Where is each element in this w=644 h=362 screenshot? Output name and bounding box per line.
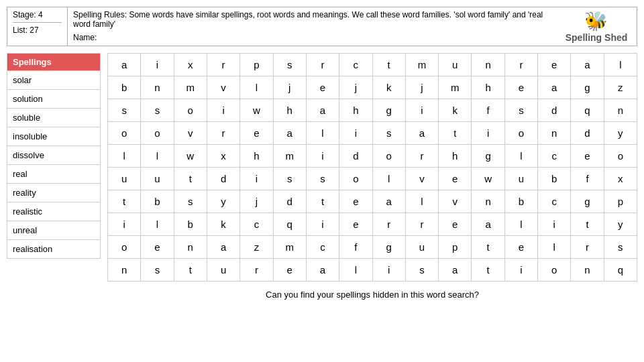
- grid-cell: n: [472, 190, 504, 213]
- bee-icon: 🐝: [584, 10, 608, 32]
- grid-cell: l: [372, 168, 405, 190]
- grid-row: oovrealisationdy: [108, 122, 637, 145]
- grid-cell: m: [439, 76, 472, 99]
- brand-name: Spelling Shed: [566, 32, 628, 43]
- spelling-word: soluble: [7, 109, 101, 127]
- caption: Can you find your spellings hidden in th…: [107, 290, 637, 300]
- grid-cell: l: [306, 122, 339, 145]
- grid-cell: e: [504, 236, 537, 259]
- spelling-word: solution: [7, 90, 101, 109]
- grid-cell: o: [504, 122, 537, 145]
- grid-cell: z: [240, 236, 273, 259]
- grid-cell: n: [141, 76, 174, 99]
- grid-row: bnmvljejkjmheagz: [108, 76, 637, 99]
- grid-cell: s: [372, 122, 405, 145]
- grid-cell: t: [472, 259, 504, 282]
- grid-cell: g: [571, 190, 604, 213]
- main-content: Spellings solarsolutionsolubleinsolubled…: [7, 53, 637, 355]
- grid-cell: v: [207, 76, 239, 99]
- word-search-grid: aixrpsrctmunrealbnmvljejkjmheagzssoiwhah…: [107, 53, 637, 282]
- grid-cell: p: [439, 236, 472, 259]
- spelling-word: insoluble: [7, 127, 101, 146]
- grid-cell: b: [174, 213, 207, 236]
- grid-row: ssoiwhahgikfsdqn: [108, 99, 637, 122]
- grid-cell: a: [273, 122, 306, 145]
- grid-cell: r: [372, 213, 405, 236]
- grid-cell: i: [306, 213, 339, 236]
- grid-cell: i: [141, 54, 174, 76]
- grid-cell: m: [273, 236, 306, 259]
- spellings-panel: Spellings solarsolutionsolubleinsolubled…: [7, 53, 101, 355]
- grid-cell: l: [504, 145, 537, 168]
- grid-cell: l: [405, 190, 438, 213]
- grid-cell: x: [207, 145, 239, 168]
- grid-cell: i: [108, 213, 141, 236]
- grid-cell: b: [504, 190, 537, 213]
- grid-cell: f: [472, 99, 504, 122]
- grid-cell: o: [372, 145, 405, 168]
- grid-cell: t: [439, 122, 472, 145]
- grid-cell: o: [339, 168, 372, 190]
- grid-cell: a: [306, 99, 339, 122]
- header: Stage: 4 List: 27 Spelling Rules: Some w…: [7, 7, 637, 46]
- grid-cell: r: [504, 54, 537, 76]
- grid-cell: l: [108, 145, 141, 168]
- grid-cell: g: [472, 145, 504, 168]
- grid-cell: s: [174, 190, 207, 213]
- grid-cell: i: [240, 168, 273, 190]
- header-left: Stage: 4 List: 27: [7, 7, 68, 46]
- grid-cell: x: [174, 54, 207, 76]
- grid-cell: s: [273, 54, 306, 76]
- stage-label: Stage: 4: [13, 10, 62, 23]
- grid-cell: n: [571, 259, 604, 282]
- grid-cell: o: [174, 99, 207, 122]
- grid-cell: e: [439, 213, 472, 236]
- grid-cell: l: [240, 76, 273, 99]
- spelling-word: reality: [7, 184, 101, 202]
- grid-cell: y: [604, 213, 637, 236]
- grid-cell: q: [571, 99, 604, 122]
- grid-cell: l: [504, 213, 537, 236]
- grid-cell: c: [538, 190, 571, 213]
- grid-cell: j: [240, 190, 273, 213]
- grid-cell: f: [571, 168, 604, 190]
- grid-cell: u: [207, 259, 239, 282]
- grid-cell: a: [472, 213, 504, 236]
- grid-cell: m: [273, 145, 306, 168]
- grid-cell: i: [339, 122, 372, 145]
- grid-cell: y: [604, 122, 637, 145]
- grid-cell: i: [372, 259, 405, 282]
- grid-cell: n: [472, 54, 504, 76]
- grid-cell: i: [207, 99, 239, 122]
- grid-cell: e: [273, 259, 306, 282]
- grid-cell: a: [306, 259, 339, 282]
- grid-cell: e: [306, 76, 339, 99]
- grid-cell: d: [339, 145, 372, 168]
- grid-cell: i: [306, 145, 339, 168]
- grid-row: llwxhmidorhglceo: [108, 145, 637, 168]
- grid-cell: s: [273, 168, 306, 190]
- rules-text: Spelling Rules: Some words have similar …: [73, 10, 551, 29]
- grid-cell: v: [439, 190, 472, 213]
- grid-cell: r: [240, 259, 273, 282]
- grid-cell: i: [538, 213, 571, 236]
- grid-cell: o: [141, 122, 174, 145]
- spelling-word: real: [7, 165, 101, 184]
- grid-cell: h: [240, 145, 273, 168]
- grid-row: aixrpsrctmunreal: [108, 54, 637, 76]
- grid-row: uutdissolvewubfx: [108, 168, 637, 190]
- grid-cell: c: [240, 213, 273, 236]
- grid-cell: h: [472, 76, 504, 99]
- grid-row: tbsyjdtealvnbcgp: [108, 190, 637, 213]
- grid-cell: f: [339, 236, 372, 259]
- grid-cell: o: [604, 145, 637, 168]
- grid-cell: t: [306, 190, 339, 213]
- grid-cell: q: [604, 259, 637, 282]
- grid-cell: g: [372, 99, 405, 122]
- grid-cell: k: [439, 99, 472, 122]
- grid-cell: m: [405, 54, 438, 76]
- grid-cell: d: [571, 122, 604, 145]
- grid-cell: u: [405, 236, 438, 259]
- grid-cell: u: [504, 168, 537, 190]
- grid-cell: t: [108, 190, 141, 213]
